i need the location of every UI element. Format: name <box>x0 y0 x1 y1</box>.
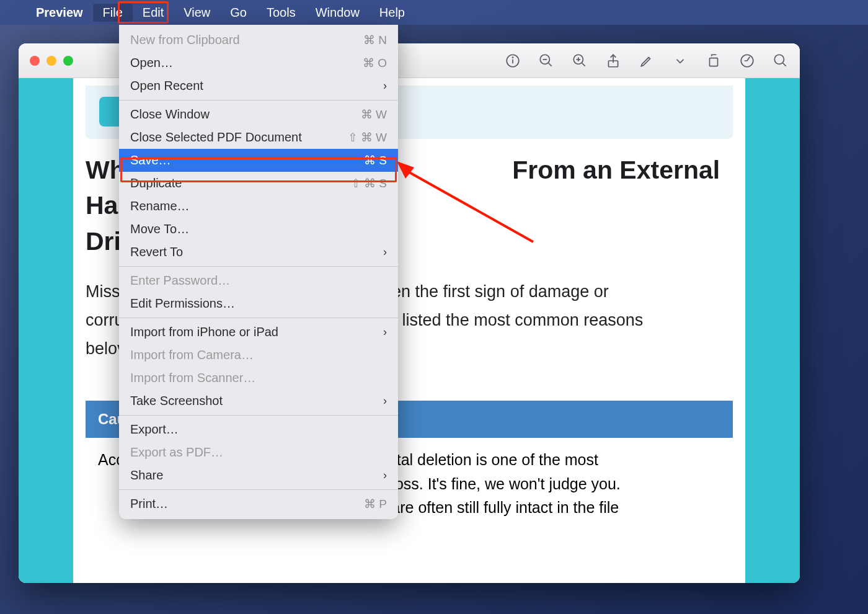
menu-import-iphone[interactable]: Import from iPhone or iPad› <box>119 321 398 344</box>
menu-print[interactable]: Print…⌘ P <box>119 492 398 515</box>
menu-export-pdf: Export as PDF… <box>119 441 398 464</box>
menu-save[interactable]: Save…⌘ S <box>119 149 398 172</box>
help-menu[interactable]: Help <box>370 4 415 22</box>
chevron-right-icon: › <box>383 394 387 407</box>
share-icon[interactable] <box>605 53 621 69</box>
go-menu[interactable]: Go <box>220 4 257 22</box>
chevron-right-icon: › <box>383 326 387 339</box>
menu-separator <box>119 489 398 490</box>
chevron-right-icon: › <box>383 246 387 259</box>
zoom-out-icon[interactable] <box>538 53 554 69</box>
chevron-down-icon[interactable] <box>672 53 688 69</box>
window-menu[interactable]: Window <box>306 4 370 22</box>
menu-revert-to[interactable]: Revert To› <box>119 241 398 264</box>
menu-separator <box>119 100 398 100</box>
menu-rename[interactable]: Rename… <box>119 195 398 218</box>
highlight-icon[interactable] <box>739 53 755 69</box>
svg-line-7 <box>582 63 585 66</box>
menu-close-window[interactable]: Close Window⌘ W <box>119 103 398 126</box>
app-menu[interactable]: Preview <box>26 4 93 22</box>
toolbar <box>505 53 789 69</box>
menu-share[interactable]: Share› <box>119 464 398 487</box>
menu-new-from-clipboard: New from Clipboard⌘ N <box>119 29 398 51</box>
menu-duplicate[interactable]: Duplicate⇧ ⌘ S <box>119 172 398 195</box>
markup-icon[interactable] <box>639 53 655 69</box>
minimize-window-button[interactable] <box>46 56 56 66</box>
menu-separator <box>119 318 398 318</box>
para-fragment-2: ten the first sign of damage or <box>388 282 609 301</box>
close-window-button[interactable] <box>30 56 40 66</box>
zoom-in-icon[interactable] <box>572 53 588 69</box>
menu-close-selected-pdf[interactable]: Close Selected PDF Document⇧ ⌘ W <box>119 126 398 149</box>
info-icon[interactable] <box>505 53 521 69</box>
window-controls <box>30 56 73 66</box>
chevron-right-icon: › <box>383 79 387 92</box>
menu-move-to[interactable]: Move To… <box>119 218 398 241</box>
menu-enter-password: Enter Password… <box>119 269 398 292</box>
rotate-icon[interactable] <box>706 53 722 69</box>
search-icon[interactable] <box>773 53 789 69</box>
para-fragment-1: Missi <box>86 282 124 301</box>
menu-separator <box>119 266 398 267</box>
menu-edit-permissions[interactable]: Edit Permissions… <box>119 292 398 315</box>
svg-point-13 <box>774 55 784 64</box>
menu-import-camera: Import from Camera… <box>119 344 398 367</box>
svg-line-14 <box>782 63 786 66</box>
menu-export[interactable]: Export… <box>119 418 398 441</box>
para-fragment-3: corru <box>86 311 124 329</box>
file-menu[interactable]: File <box>93 4 133 22</box>
view-menu[interactable]: View <box>174 4 220 22</box>
menu-open[interactable]: Open…⌘ O <box>119 51 398 74</box>
tools-menu[interactable]: Tools <box>257 4 306 22</box>
file-menu-dropdown: New from Clipboard⌘ N Open…⌘ O Open Rece… <box>119 25 398 519</box>
para-fragment-4: Ve listed the most common reasons <box>378 311 644 329</box>
menu-import-scanner: Import from Scanner… <box>119 367 398 389</box>
menu-separator <box>119 415 398 416</box>
maximize-window-button[interactable] <box>63 56 73 66</box>
svg-rect-11 <box>710 58 718 66</box>
svg-line-4 <box>548 63 551 66</box>
edit-menu[interactable]: Edit <box>133 4 174 22</box>
macos-menubar: Preview File Edit View Go Tools Window H… <box>0 0 868 25</box>
menu-open-recent[interactable]: Open Recent› <box>119 74 398 97</box>
menu-take-screenshot[interactable]: Take Screenshot› <box>119 389 398 412</box>
chevron-right-icon: › <box>383 469 387 482</box>
svg-point-2 <box>512 57 513 58</box>
